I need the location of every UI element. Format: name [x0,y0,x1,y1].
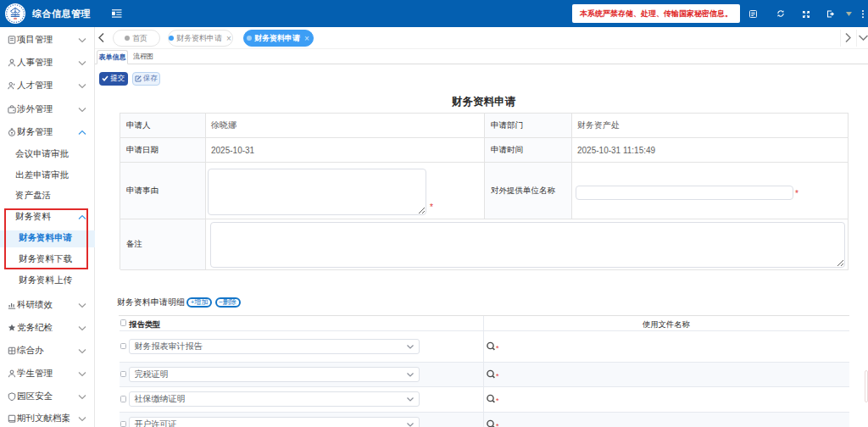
svg-text:*: * [496,396,499,405]
svg-text:*: * [496,372,499,380]
svg-text:*: * [496,344,499,352]
svg-text:*: * [496,422,499,427]
